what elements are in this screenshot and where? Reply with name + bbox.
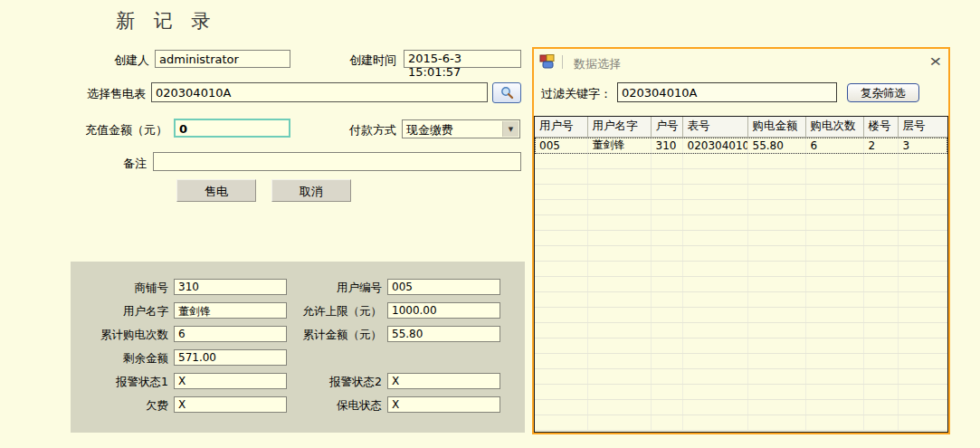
empty-table-cell [535, 354, 587, 369]
empty-table-cell [898, 277, 947, 292]
empty-table-cell [535, 169, 587, 185]
table-cell[interactable]: 310 [651, 138, 682, 154]
empty-table-cell [863, 385, 898, 400]
page-title: 新 记 录 [116, 8, 216, 33]
alarm-status1-label: 报警状态1 [71, 375, 168, 390]
filter-keyword-input[interactable] [617, 82, 837, 102]
meter-input[interactable] [151, 82, 488, 102]
column-header[interactable]: 表号 [682, 117, 747, 138]
empty-table-cell [535, 185, 587, 200]
empty-table-cell [682, 415, 747, 431]
new-record-window: 新 记 录 创建人 创建时间 2015-6-3 15:01:57 选择售电表 充… [0, 0, 980, 448]
remark-input[interactable] [153, 152, 521, 171]
empty-table-cell [805, 415, 863, 431]
table-cell[interactable]: 55.80 [747, 138, 805, 154]
empty-table-cell [682, 154, 747, 169]
empty-table-cell [747, 385, 805, 400]
empty-table-cell [535, 323, 587, 338]
allow-limit-label: 允许上限（元） [261, 304, 382, 319]
empty-table-row [535, 308, 947, 323]
power-guarantee-label: 保电状态 [261, 398, 382, 414]
empty-table-cell [805, 400, 863, 415]
empty-table-cell [535, 308, 587, 323]
table-cell[interactable]: 董剑锋 [587, 138, 651, 154]
column-header[interactable]: 层号 [898, 117, 947, 138]
empty-table-cell [898, 246, 947, 262]
cancel-button[interactable]: 取消 [271, 179, 351, 202]
empty-table-cell [682, 369, 747, 385]
empty-table-cell [863, 338, 898, 354]
empty-table-cell [587, 292, 651, 308]
column-header[interactable]: 用户号 [535, 117, 587, 138]
close-icon[interactable]: ✕ [929, 54, 943, 69]
data-selection-panel: 数据选择 ✕ 过滤关键字： 复杂筛选 用户号用户名字户号表号购电金额购电次数楼号… [532, 47, 950, 434]
empty-table-cell [587, 185, 651, 200]
empty-table-cell [587, 200, 651, 215]
empty-table-cell [651, 400, 682, 415]
empty-table-cell [863, 215, 898, 231]
empty-table-cell [535, 246, 587, 262]
empty-table-cell [747, 354, 805, 369]
empty-table-cell [535, 215, 587, 231]
empty-table-cell [898, 215, 947, 231]
column-header[interactable]: 用户名字 [587, 117, 651, 138]
empty-table-cell [651, 338, 682, 354]
empty-table-cell [805, 369, 863, 385]
user-id-label: 用户编号 [261, 281, 382, 296]
empty-table-cell [747, 338, 805, 354]
empty-table-cell [651, 231, 682, 246]
empty-table-cell [587, 323, 651, 338]
sell-button[interactable]: 售电 [176, 179, 256, 202]
column-header[interactable]: 购电次数 [805, 117, 863, 138]
empty-table-cell [535, 154, 587, 169]
empty-table-cell [747, 292, 805, 308]
empty-table-cell [863, 154, 898, 169]
empty-table-cell [651, 354, 682, 369]
creator-input[interactable] [155, 50, 290, 68]
empty-table-cell [805, 277, 863, 292]
empty-table-cell [535, 369, 587, 385]
empty-table-cell [863, 354, 898, 369]
empty-table-cell [682, 338, 747, 354]
column-header[interactable]: 楼号 [863, 117, 898, 138]
complex-filter-button[interactable]: 复杂筛选 [847, 83, 919, 102]
remark-label: 备注 [72, 156, 147, 172]
dropdown-arrow-icon[interactable]: ▼ [502, 121, 519, 137]
empty-table-cell [587, 400, 651, 415]
recharge-amount-input[interactable] [174, 119, 290, 138]
empty-table-row [535, 369, 947, 385]
table-cell[interactable]: 3 [898, 138, 947, 154]
alarm-status2-label: 报警状态2 [261, 375, 382, 390]
empty-table-cell [863, 169, 898, 185]
empty-table-cell [535, 277, 587, 292]
column-header[interactable]: 户号 [651, 117, 682, 138]
empty-table-cell [805, 185, 863, 200]
empty-table-cell [863, 369, 898, 385]
column-header[interactable]: 购电金额 [747, 117, 805, 138]
empty-table-cell [747, 369, 805, 385]
table-cell[interactable]: 020304010A [682, 138, 747, 154]
table-cell[interactable]: 005 [535, 138, 587, 154]
empty-table-cell [898, 308, 947, 323]
table-cell[interactable]: 6 [805, 138, 863, 154]
table-cell[interactable]: 2 [863, 138, 898, 154]
meter-search-button[interactable] [492, 82, 521, 103]
empty-table-cell [805, 200, 863, 215]
empty-table-cell [747, 169, 805, 185]
table-row[interactable]: 005董剑锋310020304010A55.80623 [535, 138, 947, 154]
empty-table-cell [898, 262, 947, 277]
empty-table-cell [805, 385, 863, 400]
data-grid[interactable]: 用户号用户名字户号表号购电金额购电次数楼号层号005董剑锋31002030401… [534, 116, 948, 433]
empty-table-cell [805, 262, 863, 277]
payment-method-dropdown[interactable]: 现金缴费 ▼ [402, 119, 520, 138]
data-panel-title: 数据选择 [574, 56, 621, 72]
empty-table-cell [651, 262, 682, 277]
empty-table-cell [535, 385, 587, 400]
empty-table-cell [587, 169, 651, 185]
empty-table-cell [863, 246, 898, 262]
user-id-value: 005 [387, 279, 500, 295]
empty-table-cell [747, 200, 805, 215]
empty-table-cell [587, 231, 651, 246]
empty-table-row [535, 338, 947, 354]
payment-method-label: 付款方式 [326, 122, 396, 138]
